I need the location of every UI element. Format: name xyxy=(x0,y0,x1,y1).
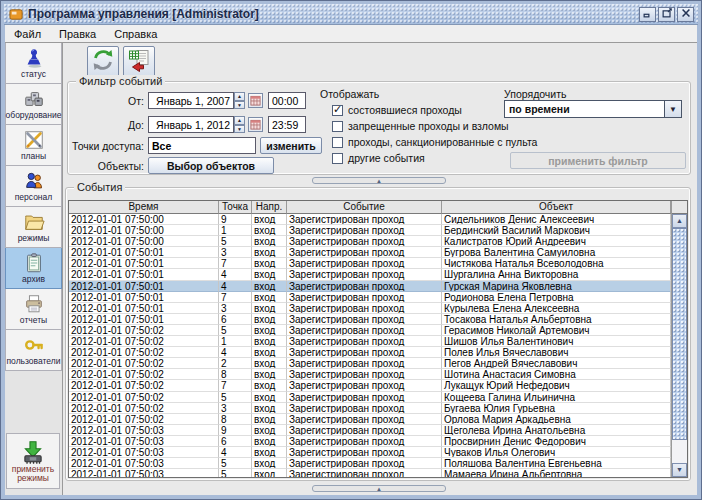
table-row[interactable]: 2012-01-01 07:50:03 4 вход Зарегистриров… xyxy=(69,447,671,458)
table-row[interactable]: 2012-01-01 07:50:02 5 вход Зарегистриров… xyxy=(69,325,671,336)
display-checkbox[interactable]: проходы, санкционированные с пульта xyxy=(332,136,537,148)
table-row[interactable]: 2012-01-01 07:50:01 7 вход Зарегистриров… xyxy=(69,292,671,303)
display-checkbox[interactable]: состоявшиеся проходы xyxy=(332,104,462,116)
access-points-field[interactable]: Все xyxy=(148,137,256,154)
menu-item[interactable]: Правка xyxy=(50,26,105,42)
spin-down-button[interactable]: ▼ xyxy=(234,101,245,110)
spin-up-button[interactable]: ▲ xyxy=(234,116,245,125)
toolbar-button[interactable] xyxy=(123,46,155,77)
cell-object: Лукащук Юрий Нефедович xyxy=(442,380,671,391)
from-calendar-button[interactable] xyxy=(248,93,263,108)
sidebar-item[interactable]: планы xyxy=(5,125,62,166)
apply-modes-button[interactable]: применить режимы xyxy=(6,433,60,489)
menu-item[interactable]: Файл xyxy=(5,26,50,42)
table-row[interactable]: 2012-01-01 07:50:02 5 вход Зарегистриров… xyxy=(69,392,671,403)
table-row[interactable]: 2012-01-01 07:50:02 8 вход Зарегистриров… xyxy=(69,369,671,380)
toolbar-button[interactable] xyxy=(87,46,119,77)
sidebar-item[interactable]: статус xyxy=(5,43,62,84)
table-row[interactable]: 2012-01-01 07:50:03 5 вход Зарегистриров… xyxy=(69,458,671,469)
display-label: Отображать xyxy=(320,88,379,100)
cell-object: Шишов Илья Валентинович xyxy=(442,336,671,347)
table-row[interactable]: 2012-01-01 07:50:01 4 вход Зарегистриров… xyxy=(69,281,671,292)
title-bar[interactable]: Программа управления [Administrator] xyxy=(4,4,698,25)
checkbox-box[interactable] xyxy=(332,121,343,132)
sidebar-item[interactable]: персонал xyxy=(5,166,62,207)
checkbox-box[interactable] xyxy=(332,137,343,148)
sidebar-item-label: статус xyxy=(21,70,46,79)
table-row[interactable]: 2012-01-01 07:50:01 7 вход Зарегистриров… xyxy=(69,258,671,269)
table-row[interactable]: 2012-01-01 07:50:03 5 вход Зарегистриров… xyxy=(69,469,671,477)
cell-point: 3 xyxy=(219,403,252,414)
to-time-field[interactable]: 23:59 xyxy=(268,116,306,133)
table-row[interactable]: 2012-01-01 07:50:01 3 вход Зарегистриров… xyxy=(69,247,671,258)
change-button[interactable]: изменить xyxy=(260,137,322,154)
table-row[interactable]: 2012-01-01 07:50:01 3 вход Зарегистриров… xyxy=(69,303,671,314)
to-date-spinner[interactable]: Январь 1, 2012 xyxy=(148,116,234,133)
sidebar-item[interactable]: архив xyxy=(5,248,62,289)
from-time-field[interactable]: 00:00 xyxy=(268,92,306,109)
cell-object: Бердинский Василий Маркович xyxy=(442,225,671,236)
table-row[interactable]: 2012-01-01 07:50:01 4 вход Зарегистриров… xyxy=(69,269,671,280)
to-calendar-button[interactable] xyxy=(248,117,263,132)
events-table-body: 2012-01-01 07:50:00 9 вход Зарегистриров… xyxy=(69,214,671,477)
cell-direction: вход xyxy=(252,281,287,292)
column-header[interactable]: Точка xyxy=(219,201,252,214)
sidebar-item-label: пользователи xyxy=(7,357,61,366)
display-checkbox[interactable]: запрещенные проходы и взломы xyxy=(332,120,509,132)
column-header[interactable]: Время xyxy=(69,201,219,214)
cell-direction: вход xyxy=(252,225,287,236)
table-row[interactable]: 2012-01-01 07:50:03 6 вход Зарегистриров… xyxy=(69,436,671,447)
cell-event: Зарегистрирован проход xyxy=(287,347,442,358)
table-row[interactable]: 2012-01-01 07:50:02 8 вход Зарегистриров… xyxy=(69,414,671,425)
window-control-button[interactable] xyxy=(677,7,694,22)
cell-object: Полев Илья Вячеславович xyxy=(442,347,671,358)
window-control-button[interactable] xyxy=(658,7,675,22)
collapse-splitter-top[interactable]: ▲ xyxy=(312,177,446,184)
table-row[interactable]: 2012-01-01 07:50:01 6 вход Зарегистриров… xyxy=(69,314,671,325)
menu-item[interactable]: Справка xyxy=(105,26,166,42)
table-row[interactable]: 2012-01-01 07:50:02 4 вход Зарегистриров… xyxy=(69,347,671,358)
cell-point: 4 xyxy=(219,281,252,292)
cell-event: Зарегистрирован проход xyxy=(287,380,442,391)
sidebar-item[interactable]: режимы xyxy=(5,207,62,248)
cell-time: 2012-01-01 07:50:02 xyxy=(69,380,219,391)
column-header[interactable]: Напр. xyxy=(252,201,287,214)
column-header[interactable]: Объект xyxy=(442,201,671,214)
cell-event: Зарегистрирован проход xyxy=(287,236,442,247)
display-checkbox[interactable]: другие события xyxy=(332,152,425,164)
order-combobox[interactable]: по времени ▼ xyxy=(504,100,682,118)
sidebar-item[interactable]: отчеты xyxy=(5,289,62,330)
objects-button[interactable]: Выбор объектов xyxy=(148,157,274,174)
table-row[interactable]: 2012-01-01 07:50:02 7 вход Зарегистриров… xyxy=(69,380,671,391)
collapse-splitter-bottom[interactable]: ▲ xyxy=(312,485,446,492)
sidebar-item[interactable]: пользователи xyxy=(5,330,62,371)
calendar-icon xyxy=(250,92,261,110)
cell-time: 2012-01-01 07:50:01 xyxy=(69,303,219,314)
window-control-button[interactable] xyxy=(639,7,656,22)
table-row[interactable]: 2012-01-01 07:50:02 2 вход Зарегистриров… xyxy=(69,358,671,369)
chevron-down-icon[interactable]: ▼ xyxy=(664,101,681,117)
sidebar-item[interactable]: оборудование xyxy=(5,84,62,125)
from-date-spinner[interactable]: Январь 1, 2007 xyxy=(148,92,234,109)
table-row[interactable]: 2012-01-01 07:50:00 5 вход Зарегистриров… xyxy=(69,236,671,247)
cell-point: 3 xyxy=(219,247,252,258)
table-row[interactable]: 2012-01-01 07:50:03 9 вход Зарегистриров… xyxy=(69,425,671,436)
scrollbar-thumb[interactable] xyxy=(672,228,687,440)
spin-down-button[interactable]: ▼ xyxy=(234,125,245,134)
main-panel: Фильтр событий От: Январь 1, 2007 ▲▼ 00:… xyxy=(63,43,697,495)
checkbox-box[interactable] xyxy=(332,153,343,164)
cell-object: Просвирнин Денис Федорович xyxy=(442,436,671,447)
scroll-up-button[interactable]: ▲ xyxy=(672,214,687,228)
spin-up-button[interactable]: ▲ xyxy=(234,92,245,101)
table-row[interactable]: 2012-01-01 07:50:02 3 вход Зарегистриров… xyxy=(69,403,671,414)
table-row[interactable]: 2012-01-01 07:50:02 1 вход Зарегистриров… xyxy=(69,336,671,347)
table-row[interactable]: 2012-01-01 07:50:00 9 вход Зарегистриров… xyxy=(69,214,671,225)
checkbox-box[interactable] xyxy=(332,105,343,116)
apply-filter-button[interactable]: применить фильтр xyxy=(510,152,686,169)
filter-group: Фильтр событий От: Январь 1, 2007 ▲▼ 00:… xyxy=(67,81,691,175)
column-header[interactable]: Событие xyxy=(287,201,442,214)
apply-modes-label-line2: режимы xyxy=(17,474,49,483)
table-row[interactable]: 2012-01-01 07:50:00 1 вход Зарегистриров… xyxy=(69,225,671,236)
scroll-down-button[interactable]: ▼ xyxy=(672,463,687,477)
scrollbar-track[interactable] xyxy=(672,440,687,463)
